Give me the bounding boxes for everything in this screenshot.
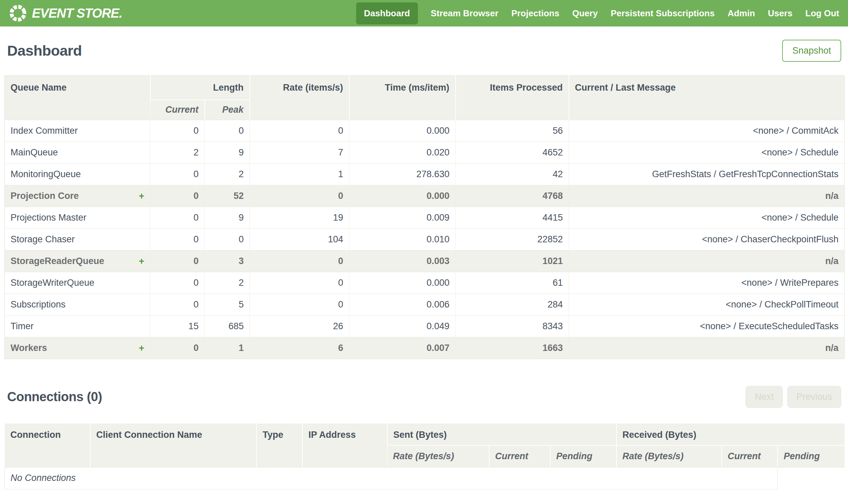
next-button[interactable]: Next — [745, 386, 783, 408]
nav-item-log-out[interactable]: Log Out — [805, 2, 839, 24]
nav-item-users[interactable]: Users — [768, 2, 792, 24]
items-processed-cell: 4652 — [455, 142, 569, 164]
queue-row: Projection Core + 0 52 0 0.000 4768 n/a — [5, 185, 845, 207]
expand-plus-icon[interactable]: + — [139, 343, 144, 354]
main-nav: Dashboard Stream Browser Projections Que… — [356, 2, 839, 24]
snapshot-button[interactable]: Snapshot — [782, 40, 841, 62]
length-current-cell: 0 — [150, 337, 205, 359]
items-processed-cell: 42 — [455, 164, 569, 185]
length-peak-cell: 1 — [205, 337, 250, 359]
queue-name: StorageWriterQueue — [11, 277, 94, 288]
message-cell: GetFreshStats / GetFreshTcpConnectionSta… — [569, 164, 845, 185]
items-processed-cell: 1021 — [455, 251, 569, 272]
queue-name: Workers — [11, 343, 47, 353]
queue-name: Storage Chaser — [11, 234, 75, 245]
queue-name: Timer — [11, 321, 34, 331]
nav-item-persistent-subscriptions[interactable]: Persistent Subscriptions — [611, 2, 715, 24]
length-current-cell: 0 — [150, 164, 205, 185]
col-received-pending: Pending — [778, 445, 845, 467]
queue-row: StorageReaderQueue + 0 3 0 0.003 1021 n/… — [5, 251, 845, 272]
items-processed-cell: 61 — [455, 272, 569, 294]
brand-text: EVENT STORE. — [32, 6, 122, 21]
queue-name-cell: MonitoringQueue + — [5, 164, 150, 185]
expand-plus-icon[interactable]: + — [139, 191, 144, 202]
queue-name: Projection Core — [11, 191, 79, 201]
queue-name: Subscriptions — [11, 299, 66, 310]
queue-name: MonitoringQueue — [11, 169, 81, 180]
nav-item-stream-browser[interactable]: Stream Browser — [431, 2, 498, 24]
items-processed-cell: 8343 — [455, 316, 569, 337]
time-cell: 278.630 — [349, 164, 455, 185]
col-sent-current: Current — [489, 445, 550, 467]
rate-cell: 0 — [250, 185, 349, 207]
nav-item-query[interactable]: Query — [572, 2, 598, 24]
queue-name: StorageReaderQueue — [11, 256, 104, 266]
queue-name: MainQueue — [11, 147, 58, 158]
col-received-rate: Rate (Bytes/s) — [616, 445, 722, 467]
queue-name-cell: Subscriptions + — [5, 294, 150, 316]
queue-name-cell: Projection Core + — [5, 185, 150, 207]
rate-cell: 0 — [250, 272, 349, 294]
col-items-processed: Items Processed — [455, 76, 569, 120]
no-connections-cell: No Connections — [5, 467, 778, 489]
expand-plus-icon[interactable]: + — [139, 256, 144, 267]
rate-cell: 6 — [250, 337, 349, 359]
length-peak-cell: 685 — [205, 316, 250, 337]
col-message: Current / Last Message — [569, 76, 845, 120]
rate-cell: 1 — [250, 164, 349, 185]
rate-cell: 7 — [250, 142, 349, 164]
queue-row: MonitoringQueue + 0 2 1 278.630 42 GetFr… — [5, 164, 845, 185]
message-cell: <none> / Schedule — [569, 142, 845, 164]
items-processed-cell: 56 — [455, 120, 569, 142]
nav-item-admin[interactable]: Admin — [727, 2, 755, 24]
message-cell: <none> / Schedule — [569, 207, 845, 229]
time-cell: 0.007 — [349, 337, 455, 359]
message-cell: n/a — [569, 337, 845, 359]
time-cell: 0.009 — [349, 207, 455, 229]
queue-row: Projections Master + 0 9 19 0.009 4415 <… — [5, 207, 845, 229]
length-peak-cell: 0 — [205, 120, 250, 142]
length-peak-cell: 3 — [205, 251, 250, 272]
previous-button[interactable]: Previous — [787, 386, 841, 408]
col-client-connection-name: Client Connection Name — [90, 424, 257, 467]
items-processed-cell: 284 — [455, 294, 569, 316]
col-length: Length — [150, 76, 250, 100]
length-current-cell: 15 — [150, 316, 205, 337]
length-current-cell: 0 — [150, 229, 205, 251]
col-length-peak: Peak — [205, 100, 250, 120]
col-received-bytes: Received (Bytes) — [616, 424, 845, 445]
nav-item-dashboard[interactable]: Dashboard — [356, 2, 418, 24]
queue-name-cell: Projections Master + — [5, 207, 150, 229]
nav-item-projections[interactable]: Projections — [511, 2, 559, 24]
nav-item-label: Stream Browser — [431, 8, 498, 18]
time-cell: 0.010 — [349, 229, 455, 251]
length-current-cell: 0 — [150, 120, 205, 142]
time-cell: 0.003 — [349, 251, 455, 272]
queue-row: Storage Chaser + 0 0 104 0.010 22852 <no… — [5, 229, 845, 251]
nav-item-label: Log Out — [805, 8, 839, 18]
col-length-current: Current — [150, 100, 205, 120]
col-connection: Connection — [5, 424, 90, 467]
length-current-cell: 0 — [150, 294, 205, 316]
queue-name-cell: MainQueue + — [5, 142, 150, 164]
col-sent-rate: Rate (Bytes/s) — [387, 445, 489, 467]
length-peak-cell: 52 — [205, 185, 250, 207]
pager: Next Previous — [745, 386, 841, 408]
rate-cell: 0 — [250, 120, 349, 142]
length-peak-cell: 0 — [205, 229, 250, 251]
length-current-cell: 0 — [150, 207, 205, 229]
rate-cell: 0 — [250, 294, 349, 316]
eventstore-logo-icon — [9, 4, 27, 22]
nav-item-label: Query — [572, 8, 598, 18]
length-peak-cell: 5 — [205, 294, 250, 316]
message-cell: <none> / WritePrepares — [569, 272, 845, 294]
items-processed-cell: 4415 — [455, 207, 569, 229]
message-cell: <none> / ChaserCheckpointFlush — [569, 229, 845, 251]
col-rate: Rate (items/s) — [250, 76, 349, 120]
queue-name: Index Committer — [11, 126, 78, 136]
queue-name-cell: StorageReaderQueue + — [5, 251, 150, 272]
queue-name-cell: Timer + — [5, 316, 150, 337]
message-cell: <none> / CommitAck — [569, 120, 845, 142]
topbar: EVENT STORE. Dashboard Stream Browser Pr… — [0, 0, 848, 26]
queues-table: Queue Name Length Rate (items/s) Time (m… — [4, 75, 845, 359]
